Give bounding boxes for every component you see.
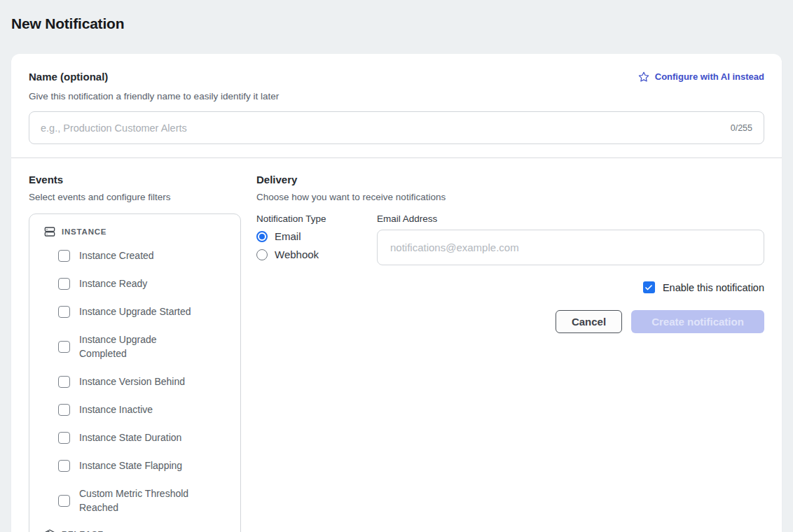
events-list-box: INSTANCE Instance Created Instance Ready… [29, 214, 241, 532]
events-column: Events Select events and configure filte… [29, 174, 241, 532]
event-row-instance-created[interactable]: Instance Created [58, 248, 230, 262]
notification-type-group: Notification Type Email Webhook [256, 214, 377, 265]
checkbox-unchecked[interactable] [58, 306, 70, 318]
delivery-title: Delivery [256, 174, 764, 186]
delivery-column: Delivery Choose how you want to receive … [256, 174, 764, 333]
events-subtitle: Select events and configure filters [29, 192, 241, 202]
radio-unchecked[interactable] [256, 249, 268, 260]
event-row-instance-inactive[interactable]: Instance Inactive [58, 402, 230, 416]
event-label: Instance Upgrade Started [79, 304, 191, 318]
checkbox-unchecked[interactable] [58, 250, 70, 262]
checkbox-unchecked[interactable] [58, 341, 70, 353]
event-row-instance-upgrade-started[interactable]: Instance Upgrade Started [58, 304, 230, 318]
event-row-instance-version-behind[interactable]: Instance Version Behind [58, 374, 230, 388]
radio-checked[interactable] [256, 231, 268, 242]
event-row-instance-state-flapping[interactable]: Instance State Flapping [58, 458, 230, 472]
checkbox-unchecked[interactable] [58, 404, 70, 416]
event-label: Instance State Duration [79, 430, 181, 444]
email-address-label: Email Address [377, 214, 764, 224]
event-label: Instance Upgrade Completed [79, 332, 202, 360]
new-notification-card: Name (optional) Configure with AI instea… [11, 54, 782, 532]
enable-notification-label: Enable this notification [663, 282, 764, 293]
radio-option-email[interactable]: Email [256, 230, 377, 242]
checkbox-unchecked[interactable] [58, 495, 70, 507]
checkbox-unchecked[interactable] [58, 432, 70, 444]
star-icon [638, 71, 649, 83]
checkbox-unchecked[interactable] [58, 278, 70, 290]
event-row-instance-state-duration[interactable]: Instance State Duration [58, 430, 230, 444]
name-input-wrapper: 0/255 [29, 111, 764, 144]
event-label: Instance Version Behind [79, 374, 185, 388]
name-field-hint: Give this notification a friendly name t… [29, 91, 764, 102]
event-group-instance: INSTANCE [44, 226, 230, 237]
checkbox-unchecked[interactable] [58, 376, 70, 388]
check-icon [644, 284, 653, 292]
event-label: Instance Inactive [79, 402, 153, 416]
name-section: Name (optional) Configure with AI instea… [11, 54, 782, 158]
notification-type-label: Notification Type [256, 214, 377, 224]
create-notification-button[interactable]: Create notification [631, 310, 764, 333]
checkbox-unchecked[interactable] [58, 460, 70, 472]
email-address-input[interactable] [377, 230, 764, 265]
package-icon [44, 528, 55, 532]
enable-notification-toggle[interactable]: Enable this notification [256, 281, 764, 293]
email-address-group: Email Address [377, 214, 764, 265]
name-field-label: Name (optional) [29, 71, 108, 83]
event-label: Instance State Flapping [79, 458, 182, 472]
radio-label: Email [275, 230, 301, 242]
server-icon [44, 226, 55, 237]
configure-with-ai-label: Configure with AI instead [655, 71, 764, 82]
radio-label: Webhook [275, 248, 319, 260]
event-row-instance-ready[interactable]: Instance Ready [58, 276, 230, 290]
page-title: New Notification [0, 0, 793, 32]
event-row-custom-metric-threshold[interactable]: Custom Metric Threshold Reached [58, 486, 230, 514]
event-label: Instance Created [79, 248, 154, 262]
cancel-button[interactable]: Cancel [556, 310, 622, 333]
radio-option-webhook[interactable]: Webhook [256, 248, 377, 260]
events-title: Events [29, 174, 241, 186]
event-group-release: RELEASE [44, 528, 230, 532]
form-actions: Cancel Create notification [256, 310, 764, 333]
event-label: Custom Metric Threshold Reached [79, 486, 202, 514]
event-label: Instance Ready [79, 276, 147, 290]
configure-with-ai-link[interactable]: Configure with AI instead [638, 71, 764, 83]
char-counter: 0/255 [724, 123, 752, 133]
event-row-instance-upgrade-completed[interactable]: Instance Upgrade Completed [58, 332, 230, 360]
checkbox-checked[interactable] [643, 281, 655, 293]
delivery-subtitle: Choose how you want to receive notificat… [256, 192, 764, 202]
name-input[interactable] [41, 122, 724, 134]
event-group-label: INSTANCE [62, 227, 106, 236]
